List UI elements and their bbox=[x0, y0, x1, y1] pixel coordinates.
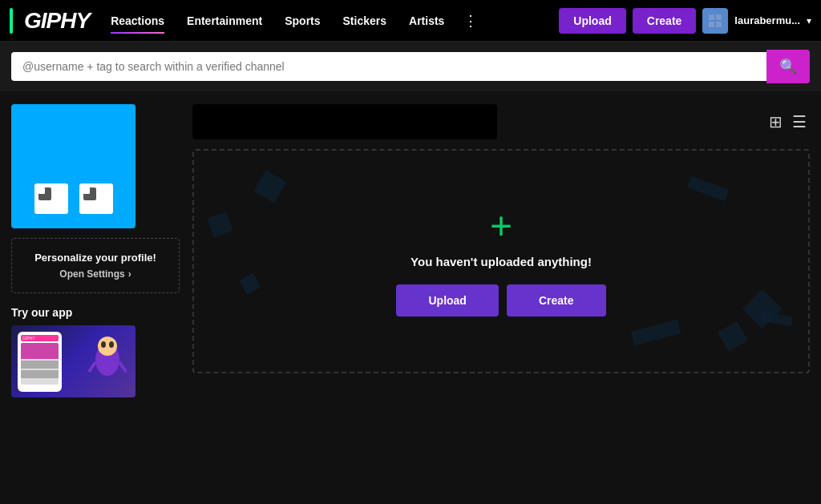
nav-link-reactions[interactable]: Reactions bbox=[99, 10, 176, 32]
upload-header: ⊞ ☰ bbox=[192, 104, 810, 139]
brand-bar bbox=[10, 8, 13, 34]
create-button[interactable]: Create bbox=[633, 8, 697, 34]
svg-point-5 bbox=[98, 337, 117, 356]
username-label[interactable]: laurabermu... bbox=[734, 14, 800, 26]
svg-line-9 bbox=[119, 362, 126, 372]
upload-area: ⊞ ☰ + You haven't uploaded anything! bbox=[192, 104, 810, 499]
upload-drop-zone[interactable]: + You haven't uploaded anything! Upload … bbox=[192, 149, 810, 373]
decorative-shape bbox=[687, 176, 729, 201]
svg-rect-2 bbox=[709, 22, 714, 27]
drop-upload-button[interactable]: Upload bbox=[396, 284, 498, 317]
app-mockup-content bbox=[21, 343, 59, 385]
nav-actions: Upload Create laurabermu... ▾ bbox=[559, 8, 811, 34]
personalize-box: Personalize your profile! Open Settings … bbox=[11, 238, 180, 293]
decorative-shape bbox=[759, 312, 792, 327]
try-app-title: Try our app bbox=[11, 306, 180, 319]
avatar[interactable] bbox=[702, 8, 728, 34]
nav-more-icon[interactable]: ⋮ bbox=[455, 12, 486, 30]
nav-link-artists[interactable]: Artists bbox=[398, 10, 455, 32]
svg-rect-3 bbox=[716, 22, 722, 27]
search-input[interactable] bbox=[11, 52, 766, 81]
open-settings-link[interactable]: Open Settings › bbox=[22, 268, 169, 280]
open-settings-arrow: › bbox=[128, 268, 131, 280]
view-toggle: ⊞ ☰ bbox=[766, 109, 810, 135]
nav-links: Reactions Entertainment Sports Stickers … bbox=[99, 10, 556, 32]
decorative-shape bbox=[254, 171, 287, 204]
decorative-shape bbox=[742, 289, 782, 329]
chevron-down-icon[interactable]: ▾ bbox=[807, 15, 811, 26]
personalize-title: Personalize your profile! bbox=[22, 252, 169, 264]
list-view-icon: ☰ bbox=[792, 113, 807, 131]
svg-point-6 bbox=[101, 341, 106, 348]
upload-action-buttons: Upload Create bbox=[396, 284, 605, 317]
main-content: Personalize your profile! Open Settings … bbox=[0, 91, 821, 504]
search-icon: 🔍 bbox=[779, 58, 797, 75]
nav-link-stickers[interactable]: Stickers bbox=[332, 10, 398, 32]
list-view-button[interactable]: ☰ bbox=[789, 109, 810, 135]
svg-rect-0 bbox=[709, 14, 714, 20]
decorative-shape bbox=[631, 320, 681, 346]
upload-button[interactable]: Upload bbox=[559, 8, 625, 34]
drop-create-button[interactable]: Create bbox=[507, 284, 606, 317]
avatar-right-eye bbox=[79, 183, 113, 214]
app-mockup: GIPHY bbox=[18, 332, 62, 392]
plus-icon: + bbox=[490, 207, 512, 245]
open-settings-label: Open Settings bbox=[59, 268, 124, 280]
empty-state-text: You haven't uploaded anything! bbox=[410, 255, 592, 268]
channel-name-bar bbox=[192, 104, 497, 139]
grid-view-icon: ⊞ bbox=[769, 113, 783, 131]
nav-link-sports[interactable]: Sports bbox=[273, 10, 331, 32]
app-mockup-header: GIPHY bbox=[21, 335, 59, 341]
profile-avatar bbox=[11, 104, 135, 228]
brand-logo[interactable]: GIPHY bbox=[24, 8, 90, 34]
decorative-shape bbox=[239, 272, 261, 294]
navbar: GIPHY Reactions Entertainment Sports Sti… bbox=[0, 0, 821, 42]
try-app-image[interactable]: GIPHY bbox=[11, 325, 135, 397]
svg-rect-1 bbox=[716, 14, 722, 20]
decorative-shape bbox=[718, 321, 748, 352]
app-character bbox=[87, 332, 127, 391]
try-app-section: Try our app GIPHY bbox=[11, 306, 180, 397]
grid-view-button[interactable]: ⊞ bbox=[766, 109, 786, 135]
svg-line-8 bbox=[89, 362, 95, 372]
svg-point-7 bbox=[109, 341, 114, 348]
decorative-shape bbox=[207, 212, 233, 237]
avatar-left-eye bbox=[34, 183, 68, 214]
nav-link-entertainment[interactable]: Entertainment bbox=[176, 10, 273, 32]
sidebar: Personalize your profile! Open Settings … bbox=[11, 104, 180, 499]
search-button[interactable]: 🔍 bbox=[766, 50, 810, 83]
search-bar: 🔍 bbox=[0, 42, 821, 91]
